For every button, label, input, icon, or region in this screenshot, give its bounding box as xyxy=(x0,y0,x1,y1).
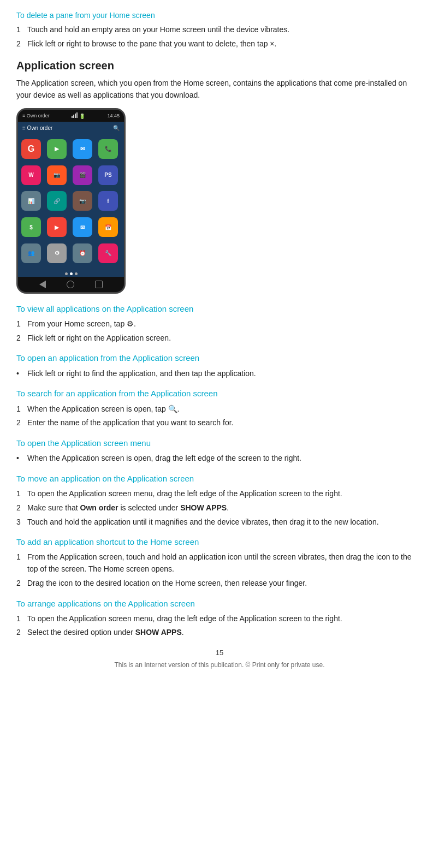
delete-pane-link[interactable]: To delete a pane from your Home screen xyxy=(16,11,423,20)
svg-rect-2 xyxy=(75,114,76,118)
app-icon: 📊 xyxy=(21,191,41,211)
numbered-list: 1From your Home screen, tap ⚙.2Flick lef… xyxy=(16,318,423,344)
section-search-app: To search for an application from the Ap… xyxy=(16,387,423,429)
list-item: 3Touch and hold the application until it… xyxy=(16,516,423,528)
section-open-menu: To open the Application screen menu•When… xyxy=(16,437,423,465)
app-icon: 🎬 xyxy=(73,165,92,185)
section-heading: To view all applications on the Applicat… xyxy=(16,302,423,315)
app-icon: ⚙ xyxy=(47,243,67,263)
svg-rect-3 xyxy=(76,112,78,118)
list-item: •When the Application screen is open, dr… xyxy=(16,453,423,465)
list-item: 2Flick left or right on the Application … xyxy=(16,332,423,344)
app-icon: 📞 xyxy=(98,139,118,159)
app-icon: 📅 xyxy=(98,217,118,237)
section-view-all: To view all applications on the Applicat… xyxy=(16,302,423,344)
numbered-list: 1To open the Application screen menu, dr… xyxy=(16,488,423,528)
numbered-list: 1From the Application screen, touch and … xyxy=(16,551,423,589)
section-arrange-apps: To arrange applications on the Applicati… xyxy=(16,597,423,639)
app-icon: 👥 xyxy=(21,243,41,263)
device-nav-bar xyxy=(18,277,124,292)
sections-container: To view all applications on the Applicat… xyxy=(16,302,423,639)
app-icon: ✉ xyxy=(73,139,92,159)
list-item: 2 Flick left or right to browse to the p… xyxy=(16,38,423,50)
section-open-app: To open an application from the Applicat… xyxy=(16,352,423,379)
section-heading: To search for an application from the Ap… xyxy=(16,387,423,400)
app-icon: ▶ xyxy=(47,139,67,159)
list-item: 1When the Application screen is open, ta… xyxy=(16,403,423,415)
section-heading: To add an application shortcut to the Ho… xyxy=(16,536,423,548)
bullet-list: •Flick left or right to find the applica… xyxy=(16,368,423,380)
app-icon: 📷 xyxy=(73,191,92,211)
page-dots xyxy=(18,271,124,277)
numbered-list: 1To open the Application screen menu, dr… xyxy=(16,613,423,639)
section-heading: To move an application on the Applicatio… xyxy=(16,472,423,485)
home-icon xyxy=(67,281,74,288)
page-number: 15 xyxy=(16,649,423,657)
section-heading: To open the Application screen menu xyxy=(16,437,423,449)
list-item: 1To open the Application screen menu, dr… xyxy=(16,613,423,625)
device-status-bar: ≡ Own order 🔋 14:45 xyxy=(18,110,124,122)
device-screenshot: ≡ Own order 🔋 14:45 ≡ Own order 🔍 G ▶ ✉ … xyxy=(16,108,126,294)
app-screen-title: Application screen xyxy=(16,60,423,72)
app-icon: f xyxy=(98,191,118,211)
numbered-list: 1When the Application screen is open, ta… xyxy=(16,403,423,429)
app-icon: PS xyxy=(98,165,118,185)
recents-icon xyxy=(95,281,103,288)
app-screen-intro: The Application screen, which you open f… xyxy=(16,78,423,101)
list-item: 1 Touch and hold an empty area on your H… xyxy=(16,24,423,36)
section-heading: To open an application from the Applicat… xyxy=(16,352,423,364)
delete-pane-steps: 1 Touch and hold an empty area on your H… xyxy=(16,24,423,50)
list-item: 2Enter the name of the application that … xyxy=(16,417,423,429)
app-icon: 🔧 xyxy=(98,243,118,263)
app-icon: 🔗 xyxy=(47,191,67,211)
bullet-list: •When the Application screen is open, dr… xyxy=(16,453,423,465)
app-grid: G ▶ ✉ 📞 W 📷 🎬 PS 📊 🔗 📷 f $ ▶ ✉ 📅 👥 ⚙ ⏰ 🔧 xyxy=(18,135,124,271)
list-item: 2Select the desired option under SHOW AP… xyxy=(16,627,423,639)
app-icon: ▶ xyxy=(47,217,67,237)
list-item: 2Drag the icon to the desired location o… xyxy=(16,578,423,590)
svg-rect-0 xyxy=(72,116,73,118)
section-add-shortcut: To add an application shortcut to the Ho… xyxy=(16,536,423,589)
app-icon: 📷 xyxy=(47,165,67,185)
app-icon: ✉ xyxy=(73,217,92,237)
app-icon: $ xyxy=(21,217,41,237)
back-icon xyxy=(39,281,46,288)
list-item: 1From the Application screen, touch and … xyxy=(16,551,423,575)
list-item: •Flick left or right to find the applica… xyxy=(16,368,423,380)
device-title-bar: ≡ Own order 🔍 xyxy=(18,122,124,135)
app-icon: G xyxy=(21,139,41,159)
list-item: 1To open the Application screen menu, dr… xyxy=(16,488,423,500)
svg-rect-1 xyxy=(73,115,74,118)
section-move-app: To move an application on the Applicatio… xyxy=(16,472,423,528)
app-icon: W xyxy=(21,165,41,185)
section-heading: To arrange applications on the Applicati… xyxy=(16,597,423,610)
app-icon: ⏰ xyxy=(73,243,92,263)
list-item: 2Make sure that Own order is selected un… xyxy=(16,502,423,514)
list-item: 1From your Home screen, tap ⚙. xyxy=(16,318,423,330)
footer-text: This is an Internet version of this publ… xyxy=(16,661,423,669)
